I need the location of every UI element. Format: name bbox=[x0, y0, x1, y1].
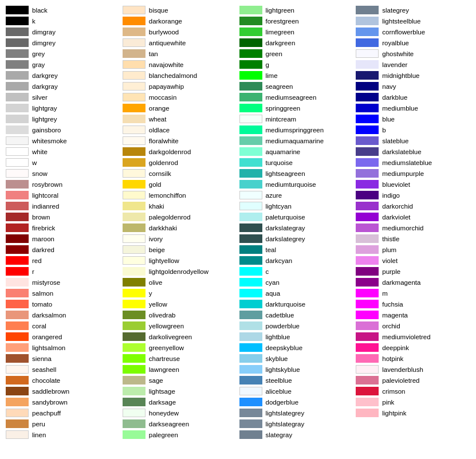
color-item: palevioletred bbox=[355, 375, 471, 386]
color-item: maroon bbox=[5, 233, 121, 244]
color-name-label: lightskyblue bbox=[266, 366, 300, 373]
color-swatch bbox=[6, 354, 29, 363]
color-name-label: cadetblue bbox=[266, 312, 294, 319]
color-item: brown bbox=[5, 211, 121, 222]
color-item: red bbox=[5, 255, 121, 266]
color-name-label: darkmagenta bbox=[382, 279, 420, 286]
color-swatch bbox=[123, 180, 145, 189]
color-name-label: lawngreen bbox=[149, 366, 179, 373]
color-swatch bbox=[356, 125, 379, 134]
color-swatch bbox=[123, 169, 145, 178]
color-item: lightblue bbox=[238, 331, 355, 342]
color-item: cornsilk bbox=[121, 168, 238, 179]
color-item: fuchsia bbox=[355, 299, 471, 309]
color-swatch bbox=[6, 38, 29, 47]
color-name-label: mediumpurple bbox=[382, 170, 424, 177]
color-name-label: cornflowerblue bbox=[382, 29, 425, 36]
color-item: lavender bbox=[355, 59, 471, 70]
color-item: darkgreen bbox=[238, 37, 355, 48]
color-name-label: darkslategray bbox=[266, 225, 305, 232]
color-name-label: moccasin bbox=[149, 94, 177, 101]
color-swatch bbox=[356, 289, 379, 297]
color-item: y bbox=[121, 288, 238, 299]
color-name-label: darkgrey bbox=[32, 72, 58, 79]
color-swatch bbox=[6, 278, 29, 287]
color-name-label: dimgray bbox=[32, 29, 56, 36]
color-name-label: darksage bbox=[149, 399, 176, 406]
color-name-label: royalblue bbox=[382, 40, 409, 46]
color-swatch bbox=[356, 49, 379, 58]
color-name-label: darkgoldenrod bbox=[149, 148, 191, 155]
color-swatch bbox=[6, 115, 29, 123]
color-name-label: firebrick bbox=[32, 225, 55, 232]
color-swatch bbox=[6, 332, 29, 341]
color-name-label: darkred bbox=[32, 246, 54, 253]
color-item: darkblue bbox=[355, 92, 471, 103]
color-item: darksalmon bbox=[5, 309, 121, 320]
color-swatch bbox=[123, 419, 145, 428]
color-item: lightslategrey bbox=[238, 407, 355, 418]
color-swatch bbox=[356, 245, 379, 254]
color-name-label: deeppink bbox=[382, 344, 409, 351]
color-name-label: lightgoldenrodyellow bbox=[149, 268, 209, 275]
color-name-label: lightseagreen bbox=[266, 170, 305, 177]
color-swatch bbox=[239, 38, 262, 47]
color-swatch bbox=[239, 60, 262, 69]
color-swatch bbox=[356, 387, 379, 395]
color-swatch bbox=[6, 82, 29, 91]
color-name-label: slateblue bbox=[382, 138, 408, 144]
color-name-label: orange bbox=[149, 105, 170, 112]
color-name-label: dodgerblue bbox=[266, 399, 299, 406]
color-item: darkred bbox=[5, 244, 121, 255]
color-swatch bbox=[6, 419, 29, 428]
color-swatch bbox=[239, 93, 262, 101]
color-name-label: hotpink bbox=[382, 355, 403, 362]
color-item: orchid bbox=[355, 320, 471, 331]
color-swatch bbox=[123, 49, 145, 58]
color-name-label: lightslategray bbox=[266, 421, 305, 427]
color-item: magenta bbox=[355, 309, 471, 320]
color-swatch bbox=[239, 158, 262, 167]
color-swatch bbox=[239, 202, 262, 210]
color-item: moccasin bbox=[121, 92, 238, 103]
color-name-label: lightblue bbox=[266, 334, 290, 340]
color-swatch bbox=[6, 213, 29, 221]
color-name-label: slategrey bbox=[382, 7, 409, 14]
color-item: pink bbox=[355, 397, 471, 407]
color-item: cornflowerblue bbox=[355, 26, 471, 37]
color-swatch bbox=[356, 343, 379, 352]
color-name-label: skyblue bbox=[266, 355, 288, 362]
color-swatch bbox=[356, 300, 379, 308]
color-name-label: orchid bbox=[382, 323, 400, 329]
color-swatch bbox=[239, 311, 262, 319]
color-item: darkslategrey bbox=[238, 233, 355, 244]
color-swatch bbox=[6, 49, 29, 58]
color-item: hotpink bbox=[355, 353, 471, 364]
color-item: darkgray bbox=[5, 81, 121, 92]
color-swatch bbox=[239, 223, 262, 232]
color-swatch bbox=[239, 6, 262, 14]
color-item: lightsage bbox=[121, 386, 238, 397]
color-item: sienna bbox=[5, 353, 121, 364]
color-item: olivedrab bbox=[121, 309, 238, 320]
color-item: darkolivegreen bbox=[121, 331, 238, 342]
color-item: ghostwhite bbox=[355, 48, 471, 59]
color-name-label: deepskyblue bbox=[266, 344, 303, 351]
color-item: slategrey bbox=[355, 5, 471, 15]
color-name-label: lightcoral bbox=[32, 192, 58, 199]
color-item: turquoise bbox=[238, 157, 355, 168]
color-swatch bbox=[6, 256, 29, 265]
color-item: darkslategray bbox=[238, 222, 355, 233]
color-item: linen bbox=[5, 429, 121, 440]
color-item: seashell bbox=[5, 364, 121, 375]
color-item: papayawhip bbox=[121, 81, 238, 92]
color-item: darksage bbox=[121, 397, 238, 407]
color-name-label: wheat bbox=[149, 116, 167, 123]
color-item: gray bbox=[5, 59, 121, 70]
color-name-label: aliceblue bbox=[266, 388, 292, 395]
color-swatch bbox=[6, 321, 29, 330]
color-item: coral bbox=[5, 320, 121, 331]
color-name-label: mediumaquamarine bbox=[266, 138, 324, 144]
color-swatch bbox=[239, 300, 262, 308]
color-name-label: darkslategrey bbox=[266, 236, 305, 242]
